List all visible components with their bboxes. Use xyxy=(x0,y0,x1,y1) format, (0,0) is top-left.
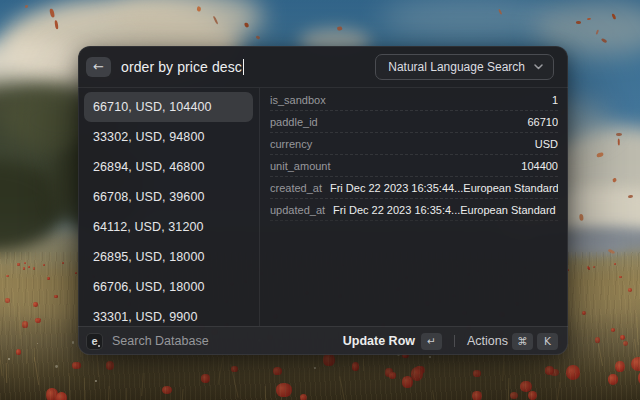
list-item[interactable]: 33301, USD, 9900 xyxy=(84,302,253,326)
detail-key: is_sandbox xyxy=(270,94,326,106)
chevron-down-icon xyxy=(534,64,543,70)
detail-key: paddle_id xyxy=(270,116,318,128)
detail-row: paddle_id66710 xyxy=(270,111,558,133)
list-item[interactable]: 26894, USD, 46800 xyxy=(84,152,253,182)
detail-row: is_sandbox1 xyxy=(270,89,558,111)
back-button[interactable]: ← xyxy=(86,57,111,77)
command-name-label: Search Database xyxy=(112,334,209,348)
list-item[interactable]: 64112, USD, 31200 xyxy=(84,212,253,242)
extension-icon: e xyxy=(86,333,103,350)
detail-value: USD xyxy=(320,138,558,150)
actions-label: Actions xyxy=(467,334,508,348)
list-item[interactable]: 66706, USD, 18000 xyxy=(84,272,253,302)
results-area: 66710, USD, 10440033302, USD, 9480026894… xyxy=(78,88,568,326)
search-header: ← order by price desc Natural Language S… xyxy=(78,46,568,88)
update-row-label: Update Row xyxy=(343,334,415,348)
search-mode-label: Natural Language Search xyxy=(388,60,525,74)
detail-key: currency xyxy=(270,138,312,150)
launcher-window: ← order by price desc Natural Language S… xyxy=(78,46,568,355)
footer-divider xyxy=(454,335,455,347)
search-input[interactable]: order by price desc xyxy=(121,59,375,75)
detail-value: 1 xyxy=(334,94,558,106)
detail-row: unit_amount104400 xyxy=(270,155,558,177)
detail-value: 104400 xyxy=(339,160,558,172)
detail-key: updated_at xyxy=(270,204,325,216)
text-caret xyxy=(243,59,245,75)
search-mode-dropdown[interactable]: Natural Language Search xyxy=(375,54,554,80)
detail-value: Fri Dec 22 2023 16:35:44...European Stan… xyxy=(330,182,558,194)
detail-panel: is_sandbox1paddle_id66710currencyUSDunit… xyxy=(260,88,568,326)
command-key-icon: ⌘ xyxy=(512,333,533,350)
list-item[interactable]: 26895, USD, 18000 xyxy=(84,242,253,272)
results-list: 66710, USD, 10440033302, USD, 9480026894… xyxy=(78,88,260,326)
detail-value: Fri Dec 22 2023 16:35:4...European Stand… xyxy=(333,204,558,216)
footer-bar: e Search Database Update Row ↵ Actions ⌘… xyxy=(78,326,568,355)
detail-key: unit_amount xyxy=(270,160,331,172)
detail-row: created_atFri Dec 22 2023 16:35:44...Eur… xyxy=(270,177,558,199)
update-row-button[interactable]: Update Row ↵ xyxy=(343,333,442,350)
detail-key: created_at xyxy=(270,182,322,194)
enter-key-icon: ↵ xyxy=(421,333,442,350)
actions-button[interactable]: Actions ⌘ K xyxy=(467,333,558,350)
screenshot-root: ← order by price desc Natural Language S… xyxy=(0,0,640,400)
detail-row: currencyUSD xyxy=(270,133,558,155)
list-item[interactable]: 66708, USD, 39600 xyxy=(84,182,253,212)
search-query-text: order by price desc xyxy=(121,59,242,75)
k-key-icon: K xyxy=(537,333,558,350)
list-item[interactable]: 66710, USD, 104400 xyxy=(84,92,253,122)
detail-value: 66710 xyxy=(326,116,558,128)
list-item[interactable]: 33302, USD, 94800 xyxy=(84,122,253,152)
detail-row: updated_atFri Dec 22 2023 16:35:4...Euro… xyxy=(270,199,558,221)
